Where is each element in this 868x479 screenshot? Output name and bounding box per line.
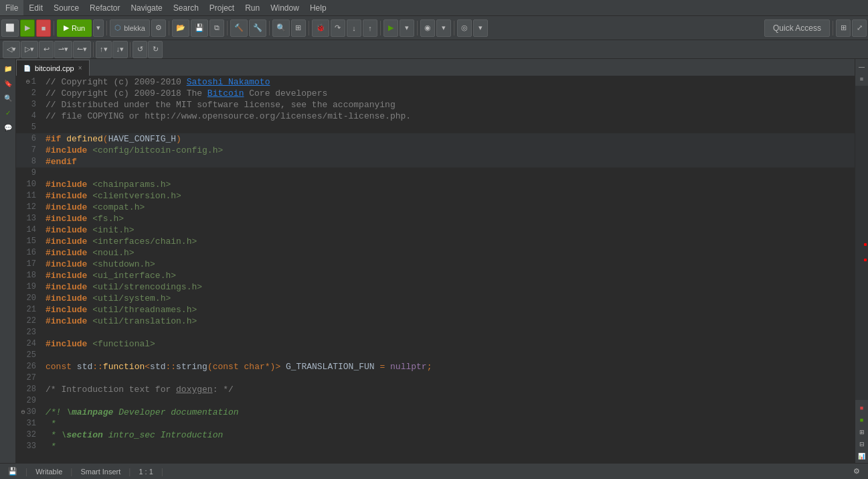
profile-dropdown[interactable]: ▾ (436, 19, 451, 37)
run-green-button[interactable]: ▶ (20, 19, 35, 37)
menu-edit[interactable]: Edit (23, 0, 48, 15)
redo-button[interactable]: ↻ (148, 41, 163, 58)
menu-help[interactable]: Help (305, 0, 332, 15)
line-content[interactable]: #include <ui_interface.h> (43, 270, 855, 281)
navigation-toolbar: ◁▾ ▷▾ ↩ ⇀▾ ↼▾ ↑▾ ↓▾ ↺ ↻ (0, 40, 868, 59)
line-content[interactable]: #include <shutdown.h> (43, 259, 855, 270)
line-content[interactable]: #if defined(HAVE_CONFIG_H) (43, 133, 855, 145)
line-content[interactable]: /*! \mainpage Developer documentation (43, 407, 855, 418)
coverage-dropdown[interactable]: ▾ (473, 19, 488, 37)
menu-source[interactable]: Source (48, 0, 84, 15)
sidebar-project-icon[interactable]: 📁 (1, 62, 15, 75)
line-content[interactable]: #include <interfaces/chain.h> (43, 236, 855, 247)
line-content[interactable]: * (43, 441, 855, 452)
line-content[interactable]: * \section intro_sec Introduction (43, 429, 855, 441)
menu-navigate[interactable]: Navigate (125, 0, 167, 15)
right-panel-2-icon[interactable]: ■ (857, 415, 867, 425)
line-content[interactable]: #include <util/translation.h> (43, 316, 855, 327)
line-number: 14 (16, 224, 43, 236)
line-content[interactable]: #include <config/bitcoin-config.h> (43, 145, 855, 156)
run-button[interactable]: ▶ Run (57, 19, 92, 37)
menu-file[interactable]: File (0, 0, 23, 15)
line-content[interactable] (43, 167, 855, 179)
table-row: 31 * (16, 418, 855, 429)
menu-refactor[interactable]: Refactor (84, 0, 125, 15)
run-debug-button[interactable]: ▶ (383, 19, 398, 37)
find-in-files-button[interactable]: ⊞ (291, 19, 306, 37)
save-button[interactable]: 💾 (191, 19, 208, 37)
prev-annotation-button[interactable]: ↑▾ (96, 41, 112, 58)
minimap-toggle[interactable]: — (857, 62, 867, 72)
project-selector[interactable]: ⬡ blekka (110, 19, 150, 37)
line-content[interactable]: #include <functional> (43, 338, 855, 350)
line-content[interactable]: // Copyright (c) 2009-2010 Satoshi Nakam… (43, 76, 855, 88)
save-all-button[interactable]: ⧉ (209, 19, 224, 37)
line-content[interactable]: const std::function<std::string(const ch… (43, 361, 855, 372)
line-content[interactable]: // Distributed under the MIT software li… (43, 99, 855, 111)
quick-access-button[interactable]: Quick Access (764, 19, 830, 37)
line-content[interactable]: #include <util/threadnames.h> (43, 304, 855, 316)
line-content[interactable] (43, 327, 855, 338)
sidebar-inspector-icon[interactable]: 🔍 (1, 91, 15, 105)
line-content[interactable]: #include <util/strencodings.h> (43, 281, 855, 293)
step-out-button[interactable]: ↑ (363, 19, 377, 37)
search-button[interactable]: 🔍 (272, 19, 290, 37)
sidebar-messages-icon[interactable]: 💬 (1, 121, 15, 134)
right-panel-1-icon[interactable]: ■ (857, 403, 867, 413)
line-content[interactable]: #include <noui.h> (43, 247, 855, 259)
line-content[interactable]: #include <init.h> (43, 224, 855, 236)
line-content[interactable]: * (43, 418, 855, 429)
project-settings-button[interactable]: ⚙ (151, 19, 166, 37)
line-content[interactable]: // file COPYING or http://www.opensource… (43, 111, 855, 122)
line-content[interactable]: #endif (43, 156, 855, 167)
line-content[interactable]: #include <fs.h> (43, 213, 855, 224)
table-row: 9 (16, 167, 855, 179)
stop-button[interactable]: ■ (36, 19, 51, 37)
maximize-button[interactable]: ⤢ (852, 19, 867, 37)
build-button[interactable]: 🔨 (230, 19, 248, 37)
line-content[interactable]: #include <util/system.h> (43, 293, 855, 304)
next-annotation-button[interactable]: ↓▾ (112, 41, 128, 58)
coverage-button[interactable]: ◎ (457, 19, 472, 37)
run-dropdown[interactable]: ▾ (93, 19, 104, 37)
line-content[interactable] (43, 122, 855, 133)
menu-run[interactable]: Run (240, 0, 265, 15)
line-number: ⊖30 (16, 407, 43, 418)
nav-back-button[interactable]: ◁▾ (3, 41, 20, 58)
line-content[interactable]: #include <chainparams.h> (43, 179, 855, 190)
line-content[interactable]: /* Introduction text for doxygen: */ (43, 384, 855, 395)
editor-tab-bitcoind[interactable]: 📄 bitcoind.cpp × (16, 60, 90, 76)
right-panel-4-icon[interactable]: ⊟ (857, 439, 867, 450)
jump-next-button[interactable]: ⇀▾ (54, 41, 72, 58)
menu-project[interactable]: Project (204, 0, 240, 15)
sidebar-bookmarks-icon[interactable]: 🔖 (1, 76, 15, 90)
step-over-button[interactable]: ↷ (331, 19, 345, 37)
right-panel-5-icon[interactable]: 📊 (857, 451, 867, 462)
last-edit-button[interactable]: ↩ (39, 41, 54, 58)
panels-button[interactable]: ⊞ (836, 19, 851, 37)
sidebar-todo-icon[interactable]: ✓ (1, 106, 15, 119)
nav-forward-button[interactable]: ▷▾ (21, 41, 38, 58)
new-file-button[interactable]: ⬜ (1, 19, 19, 37)
profile-button[interactable]: ◉ (420, 19, 435, 37)
tab-close-button[interactable]: × (78, 64, 82, 72)
jump-prev-button[interactable]: ↼▾ (73, 41, 91, 58)
step-into-button[interactable]: ↓ (347, 19, 361, 37)
outline-icon[interactable]: ≡ (857, 74, 867, 84)
line-content[interactable] (43, 372, 855, 384)
run-debug-dropdown[interactable]: ▾ (400, 19, 414, 37)
code-editor[interactable]: ⊖1// Copyright (c) 2009-2010 Satoshi Nak… (16, 76, 855, 463)
line-content[interactable]: // Copyright (c) 2009-2018 The Bitcoin C… (43, 88, 855, 99)
menu-window[interactable]: Window (265, 0, 305, 15)
undo-button[interactable]: ↺ (133, 41, 147, 58)
line-content[interactable] (43, 350, 855, 361)
line-content[interactable]: #include <clientversion.h> (43, 190, 855, 202)
line-content[interactable] (43, 395, 855, 407)
line-content[interactable]: #include <compat.h> (43, 202, 855, 213)
open-button[interactable]: 📂 (172, 19, 189, 37)
menu-search[interactable]: Search (168, 0, 204, 15)
table-row: 12#include <compat.h> (16, 202, 855, 213)
tools-button[interactable]: 🔧 (249, 19, 266, 37)
debug-button[interactable]: 🐞 (312, 19, 329, 37)
right-panel-3-icon[interactable]: ⊞ (857, 427, 867, 437)
